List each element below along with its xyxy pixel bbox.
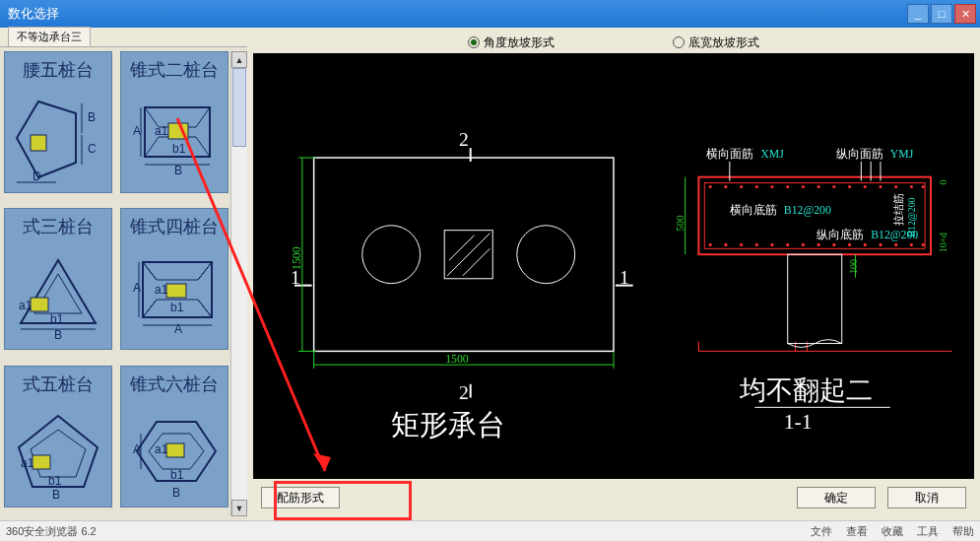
svg-text:1500: 1500 (445, 353, 469, 366)
svg-text:均不翻起二: 均不翻起二 (739, 375, 873, 405)
cancel-button[interactable]: 取消 (887, 487, 966, 508)
svg-point-89 (864, 185, 867, 188)
svg-text:1500: 1500 (291, 246, 303, 270)
thumbnails-pane: 腰五桩台 B C D 锥式二桩台 (0, 47, 247, 520)
svg-text:B: B (88, 110, 96, 124)
svg-point-95 (724, 243, 727, 246)
left-tabbar: 不等边承台三 (0, 28, 247, 47)
svg-text:b1: b1 (170, 468, 184, 482)
scroll-thumb[interactable] (232, 68, 246, 147)
svg-point-107 (910, 243, 913, 246)
rebar-form-button[interactable]: 配筋形式 (261, 487, 340, 508)
status-item-help[interactable]: 帮助 (952, 524, 974, 539)
svg-line-58 (449, 236, 475, 261)
maximize-button[interactable]: □ (931, 4, 952, 24)
svg-text:a1: a1 (155, 442, 168, 456)
svg-point-108 (922, 243, 925, 246)
svg-text:b1: b1 (172, 142, 186, 156)
svg-point-101 (817, 243, 820, 246)
svg-text:横向面筋: 横向面筋 (706, 148, 753, 161)
scroll-up-button[interactable]: ▲ (231, 51, 247, 68)
svg-point-103 (848, 243, 851, 246)
svg-text:纵向底筋: 纵向底筋 (817, 229, 864, 242)
svg-text:C: C (88, 142, 97, 156)
status-item-view[interactable]: 查看 (846, 524, 868, 539)
thumbnail-scrollbar[interactable]: ▲ ▼ (230, 51, 247, 516)
status-item-tools[interactable]: 工具 (917, 524, 939, 539)
svg-marker-26 (143, 262, 212, 280)
svg-text:100: 100 (848, 259, 859, 274)
thumbnail-grid: 腰五桩台 B C D 锥式二桩台 (4, 51, 230, 516)
svg-text:A: A (133, 442, 141, 456)
svg-text:a1: a1 (155, 283, 168, 297)
minimize-button[interactable]: _ (907, 4, 929, 24)
svg-rect-32 (166, 284, 186, 298)
svg-rect-53 (314, 158, 614, 351)
svg-text:A: A (133, 281, 141, 295)
svg-rect-1 (31, 135, 46, 151)
cad-drawing: 2 2 1 1 1500 1500 矩 (253, 53, 974, 479)
svg-point-87 (832, 185, 835, 188)
thumbnail-caption: 式五桩台 (5, 367, 111, 398)
close-button[interactable]: ✕ (954, 4, 976, 24)
radio-label: 底宽放坡形式 (688, 34, 759, 51)
svg-text:D: D (33, 169, 41, 183)
svg-line-28 (143, 262, 157, 280)
svg-point-81 (740, 185, 743, 188)
svg-rect-20 (31, 298, 48, 311)
svg-line-59 (463, 248, 490, 275)
svg-text:2: 2 (459, 382, 469, 403)
svg-point-102 (832, 243, 835, 246)
svg-point-94 (709, 243, 712, 246)
svg-text:500: 500 (674, 215, 686, 231)
thumbnail-item[interactable]: 式三桩台 a1 b1 B (4, 208, 112, 350)
thumbnail-item[interactable]: 锥式六桩台 A a1 b1 B (120, 366, 229, 507)
radio-bottom-width-slope[interactable]: 底宽放坡形式 (673, 34, 759, 51)
svg-text:0: 0 (938, 180, 948, 185)
svg-point-82 (755, 185, 758, 188)
svg-line-31 (198, 300, 212, 317)
svg-text:YMJ: YMJ (890, 148, 914, 161)
radio-angle-slope[interactable]: 角度放坡形式 (468, 34, 555, 51)
svg-text:纵向面筋: 纵向面筋 (836, 148, 883, 161)
thumbnail-caption: 式三桩台 (5, 209, 111, 240)
svg-point-86 (817, 185, 820, 188)
status-item-favorites[interactable]: 收藏 (882, 524, 903, 539)
svg-text:1-1: 1-1 (784, 410, 813, 434)
svg-text:矩形承台: 矩形承台 (391, 409, 505, 440)
svg-point-88 (848, 185, 851, 188)
svg-text:a1: a1 (21, 456, 34, 470)
thumbnail-item[interactable]: 锥式二桩台 A a1 b1 B (120, 51, 229, 193)
radio-icon (673, 36, 685, 48)
svg-point-91 (894, 185, 897, 188)
thumbnail-item[interactable]: 锥式四桩台 A a1 b1 A (120, 208, 229, 350)
svg-point-83 (770, 185, 773, 188)
svg-text:B: B (174, 164, 182, 177)
window-buttons: _ □ ✕ (907, 4, 976, 24)
svg-point-93 (922, 185, 925, 188)
tab-unequal-pedestal[interactable]: 不等边承台三 (8, 27, 91, 46)
right-column: 角度放坡形式 底宽放坡形式 (247, 28, 980, 520)
status-bar: 360安全浏览器 6.2 文件 查看 收藏 工具 帮助 (0, 520, 980, 541)
button-row: 配筋形式 确定 取消 (253, 479, 974, 516)
svg-point-92 (910, 185, 913, 188)
status-item-file[interactable]: 文件 (811, 524, 832, 539)
svg-rect-47 (166, 443, 184, 457)
svg-text:b1: b1 (170, 301, 184, 314)
svg-text:B12@200: B12@200 (906, 197, 917, 237)
scroll-down-button[interactable]: ▼ (231, 500, 247, 516)
radio-icon (468, 36, 480, 48)
svg-text:a1: a1 (19, 299, 33, 312)
thumbnail-item[interactable]: 腰五桩台 B C D (4, 51, 112, 193)
svg-rect-41 (33, 455, 50, 469)
window-title: 数化选择 (4, 5, 907, 23)
svg-text:2: 2 (459, 129, 469, 150)
ok-button[interactable]: 确定 (797, 487, 876, 508)
svg-point-105 (879, 243, 882, 246)
svg-rect-109 (788, 254, 842, 343)
svg-point-97 (755, 243, 758, 246)
svg-text:1: 1 (620, 267, 629, 288)
thumbnail-item[interactable]: 式五桩台 a1 b1 B (4, 366, 112, 507)
svg-point-84 (786, 185, 789, 188)
radio-label: 角度放坡形式 (484, 34, 555, 51)
